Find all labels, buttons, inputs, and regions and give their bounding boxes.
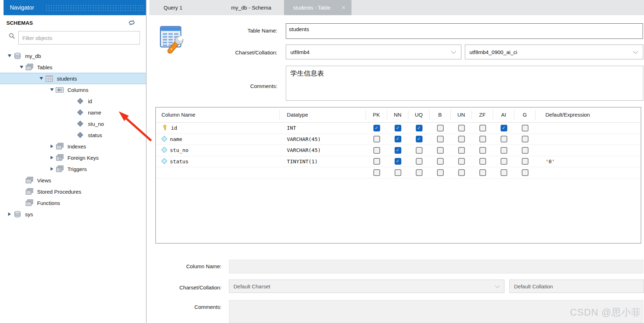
cell-flag	[451, 169, 472, 176]
close-tab-icon[interactable]: ×	[342, 5, 345, 11]
cell-column-name[interactable]: stu_no	[156, 147, 280, 153]
grid-row-id[interactable]: idINT	[156, 123, 641, 134]
collapse-icon[interactable]	[38, 77, 45, 80]
panel-splitter[interactable]	[146, 0, 147, 323]
tree-item-columns[interactable]: Columns	[0, 84, 146, 95]
checkbox-zf[interactable]	[479, 169, 486, 176]
checkbox-g[interactable]	[522, 169, 528, 176]
checkbox-zf[interactable]	[479, 147, 486, 154]
checkbox-pk[interactable]	[373, 169, 380, 176]
tab-query-1[interactable]: Query 1	[154, 0, 191, 15]
checkbox-ai[interactable]	[501, 125, 507, 131]
checkbox-nn[interactable]	[395, 147, 401, 154]
cell-column-name[interactable]: status	[156, 159, 280, 164]
column-blue-icon	[162, 136, 166, 142]
checkbox-nn[interactable]	[395, 125, 401, 131]
tree-item-indexes[interactable]: Indexes	[0, 141, 146, 152]
collapse-icon[interactable]	[18, 66, 25, 69]
checkbox-pk[interactable]	[373, 136, 380, 142]
checkbox-zf[interactable]	[479, 136, 486, 142]
cell-datatype[interactable]: INT	[280, 125, 366, 131]
tree-item-label: my_db	[25, 53, 41, 59]
tab-my-db-schema[interactable]: my_db - Schema	[222, 0, 280, 15]
cell-flag	[408, 136, 430, 142]
checkbox-un[interactable]	[458, 169, 465, 176]
tree-item-my-db[interactable]: my_db	[0, 50, 146, 61]
checkbox-g[interactable]	[522, 125, 528, 131]
checkbox-g[interactable]	[522, 158, 528, 165]
checkbox-pk[interactable]	[373, 125, 380, 131]
checkbox-uq[interactable]	[416, 147, 423, 154]
detail-collation-dropdown[interactable]: Default Collation	[509, 280, 644, 293]
views-folder-icon	[25, 177, 34, 184]
checkbox-b[interactable]	[437, 169, 444, 176]
checkbox-nn[interactable]	[395, 169, 401, 176]
checkbox-nn[interactable]	[395, 136, 401, 142]
tree-item-stu-no[interactable]: stu_no	[0, 118, 146, 129]
checkbox-b[interactable]	[437, 125, 444, 131]
checkbox-b[interactable]	[437, 158, 444, 165]
detail-column-name-input[interactable]	[229, 260, 643, 274]
checkbox-uq[interactable]	[416, 125, 423, 131]
detail-charset-dropdown[interactable]: Default Charset	[229, 280, 504, 293]
checkbox-uq[interactable]	[416, 158, 423, 165]
cell-column-name[interactable]: name	[156, 136, 280, 142]
checkbox-zf[interactable]	[479, 158, 486, 165]
grid-row-stu-no[interactable]: stu_noVARCHAR(45)	[156, 145, 641, 156]
tree-item-status[interactable]: status	[0, 129, 146, 141]
checkbox-ai[interactable]	[501, 158, 507, 165]
expand-icon[interactable]	[49, 156, 55, 159]
tree-item-name[interactable]: name	[0, 107, 146, 118]
checkbox-uq[interactable]	[416, 169, 423, 176]
checkbox-ai[interactable]	[501, 169, 507, 176]
checkbox-un[interactable]	[458, 147, 465, 154]
tree-item-triggers[interactable]: Triggers	[0, 163, 146, 175]
cell-column-name[interactable]: id	[156, 125, 280, 131]
checkbox-b[interactable]	[437, 147, 444, 154]
checkbox-pk[interactable]	[373, 158, 380, 165]
collapse-icon[interactable]	[6, 54, 13, 57]
tree-item-stored-procedures[interactable]: Stored Procedures	[0, 186, 146, 197]
collapse-icon[interactable]	[49, 88, 55, 91]
expand-icon[interactable]	[49, 167, 55, 171]
checkbox-ai[interactable]	[501, 136, 507, 142]
checkbox-un[interactable]	[458, 136, 465, 142]
checkbox-g[interactable]	[522, 147, 528, 154]
checkbox-ai[interactable]	[501, 147, 507, 154]
tree-item-views[interactable]: Views	[0, 175, 146, 186]
cell-datatype[interactable]: TINYINT(1)	[280, 159, 366, 164]
tab-students-table[interactable]: students - Table×	[284, 0, 352, 15]
refresh-schemas-icon[interactable]	[127, 19, 136, 27]
cell-column-name[interactable]	[156, 170, 280, 175]
cell-default-expression[interactable]: '0'	[536, 159, 641, 164]
tree-item-functions[interactable]: Functions	[0, 197, 146, 209]
tree-item-tables[interactable]: Tables	[0, 61, 146, 73]
collation-value: utf8mb4_0900_ai_ci	[469, 49, 517, 55]
checkbox-un[interactable]	[458, 125, 465, 131]
checkbox-pk[interactable]	[373, 147, 380, 154]
tree-item-id[interactable]: id	[0, 95, 146, 107]
tree-item-label: Stored Procedures	[37, 189, 81, 195]
table-comments-input[interactable]: 学生信息表	[286, 66, 643, 101]
expand-icon[interactable]	[49, 145, 55, 148]
expand-icon[interactable]	[6, 212, 13, 216]
cell-datatype[interactable]: VARCHAR(45)	[280, 147, 366, 153]
collation-dropdown[interactable]: utf8mb4_0900_ai_ci	[465, 45, 643, 59]
grid-row-empty[interactable]	[156, 167, 641, 178]
grid-row-name[interactable]: nameVARCHAR(45)	[156, 134, 641, 145]
checkbox-un[interactable]	[458, 158, 465, 165]
grid-row-status[interactable]: statusTINYINT(1)'0'	[156, 156, 641, 168]
cell-datatype[interactable]: VARCHAR(45)	[280, 136, 366, 142]
tree-item-students[interactable]: students	[0, 73, 146, 84]
charset-dropdown[interactable]: utf8mb4	[286, 45, 461, 59]
checkbox-nn[interactable]	[395, 158, 401, 165]
checkbox-uq[interactable]	[416, 136, 423, 142]
table-name-input[interactable]	[286, 23, 643, 39]
filter-objects-input[interactable]	[18, 31, 140, 45]
tree-item-foreign-keys[interactable]: Foreign Keys	[0, 152, 146, 163]
checkbox-zf[interactable]	[479, 125, 486, 131]
column-header-nn: NN	[387, 110, 408, 119]
checkbox-b[interactable]	[437, 136, 444, 142]
checkbox-g[interactable]	[522, 136, 528, 142]
tree-item-sys[interactable]: sys	[0, 209, 146, 220]
